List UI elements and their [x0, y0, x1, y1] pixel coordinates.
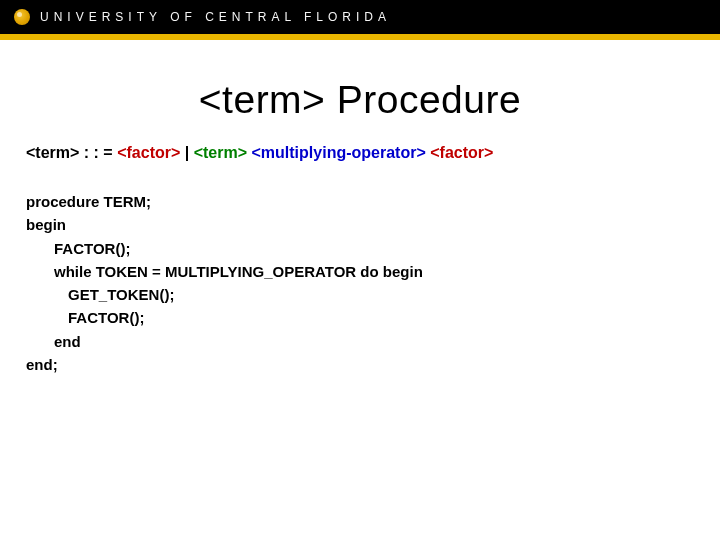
grammar-multop: <multiplying-operator>: [252, 144, 426, 161]
pseudocode-block: procedure TERM; begin FACTOR(); while TO…: [26, 190, 720, 376]
grammar-rule: <term> : : = <factor> | <term> <multiply…: [26, 144, 720, 162]
ucf-logo-icon: [14, 9, 30, 25]
code-line: GET_TOKEN();: [26, 283, 720, 306]
code-line: procedure TERM;: [26, 190, 720, 213]
grammar-pipe: |: [180, 144, 193, 161]
grammar-produces: : : =: [79, 144, 117, 161]
code-line: end: [26, 330, 720, 353]
code-line: end;: [26, 353, 720, 376]
code-line: while TOKEN = MULTIPLYING_OPERATOR do be…: [26, 260, 720, 283]
slide: UNIVERSITY OF CENTRAL FLORIDA <term> Pro…: [0, 0, 720, 540]
code-line: begin: [26, 213, 720, 236]
grammar-factor-1: <factor>: [117, 144, 180, 161]
grammar-term-lhs: <term>: [26, 144, 79, 161]
grammar-term-rhs: <term>: [194, 144, 247, 161]
slide-title: <term> Procedure: [0, 78, 720, 122]
code-line: FACTOR();: [26, 306, 720, 329]
university-name: UNIVERSITY OF CENTRAL FLORIDA: [40, 10, 391, 24]
grammar-factor-2: <factor>: [430, 144, 493, 161]
gold-divider: [0, 34, 720, 40]
header-bar: UNIVERSITY OF CENTRAL FLORIDA: [0, 0, 720, 34]
code-line: FACTOR();: [26, 237, 720, 260]
